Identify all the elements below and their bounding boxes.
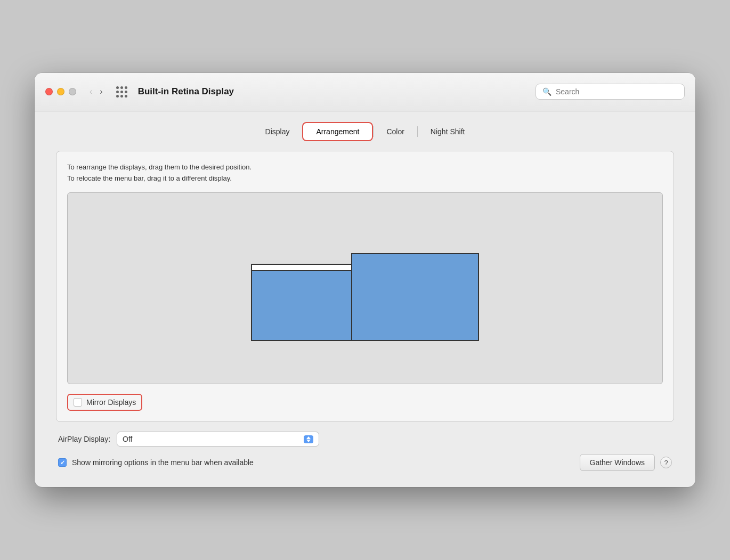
mirror-displays-checkbox[interactable] <box>74 398 82 407</box>
system-preferences-window: ‹ › Built-in Retina Display 🔍 Display Ar… <box>35 73 695 488</box>
display-arrangement-area[interactable] <box>67 192 663 384</box>
show-mirroring-label: Show mirroring options in the menu bar w… <box>72 458 254 467</box>
mirror-displays-row: Mirror Displays <box>67 394 663 411</box>
tab-bar: Display Arrangement Color Night Shift <box>56 122 674 141</box>
mirror-displays-label: Mirror Displays <box>86 398 136 407</box>
maximize-button[interactable] <box>69 88 76 95</box>
right-buttons: Gather Windows ? <box>580 454 672 471</box>
bottom-row: ✓ Show mirroring options in the menu bar… <box>56 454 674 471</box>
monitor-1-menubar <box>252 265 351 271</box>
show-mirroring-checkbox[interactable]: ✓ <box>58 458 67 467</box>
forward-button[interactable]: › <box>97 86 105 98</box>
content-area: Display Arrangement Color Night Shift To… <box>35 111 695 488</box>
checkmark-icon: ✓ <box>60 459 65 466</box>
monitor-1[interactable] <box>251 264 352 341</box>
show-mirroring-row: ✓ Show mirroring options in the menu bar… <box>58 458 254 467</box>
minimize-button[interactable] <box>57 88 64 95</box>
tab-night-shift[interactable]: Night Shift <box>418 122 478 141</box>
search-input[interactable] <box>556 87 678 96</box>
close-button[interactable] <box>45 88 53 95</box>
arrow-up-icon <box>306 436 311 439</box>
search-bar[interactable]: 🔍 <box>536 84 685 100</box>
arrangement-panel: To rearrange the displays, drag them to … <box>56 151 674 423</box>
grid-icon[interactable] <box>116 86 127 98</box>
airplay-label: AirPlay Display: <box>58 435 110 443</box>
search-icon: 🔍 <box>542 87 551 96</box>
instruction-text: To rearrange the displays, drag them to … <box>67 162 663 184</box>
tab-display[interactable]: Display <box>253 122 303 141</box>
help-button[interactable]: ? <box>660 457 672 468</box>
tab-arrangement[interactable]: Arrangement <box>302 122 373 141</box>
traffic-lights <box>45 88 76 95</box>
airplay-row: AirPlay Display: Off <box>56 432 674 447</box>
airplay-select[interactable]: Off <box>117 432 319 447</box>
select-arrows-icon <box>304 435 313 443</box>
monitor-2[interactable] <box>351 253 479 341</box>
airplay-value: Off <box>123 435 132 443</box>
mirror-displays-wrapper: Mirror Displays <box>67 394 142 411</box>
tab-color[interactable]: Color <box>374 122 417 141</box>
gather-windows-button[interactable]: Gather Windows <box>580 454 655 471</box>
nav-buttons: ‹ › <box>87 86 106 98</box>
monitor-container <box>251 253 479 341</box>
titlebar: ‹ › Built-in Retina Display 🔍 <box>35 73 695 111</box>
back-button[interactable]: ‹ <box>87 86 95 98</box>
window-title: Built-in Retina Display <box>138 86 529 97</box>
arrow-down-icon <box>306 440 311 442</box>
